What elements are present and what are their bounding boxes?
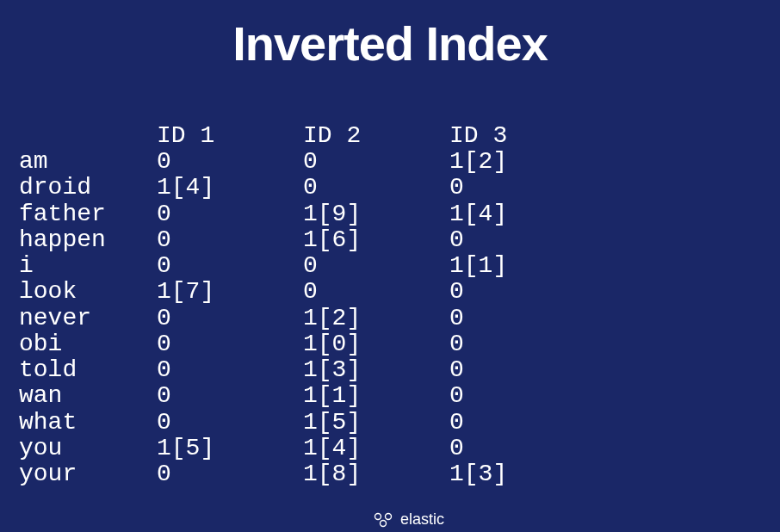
id1-cell: 1[4] [157,175,303,201]
term-cell: am [19,149,157,175]
table-row: am001[2] [19,149,780,175]
id3-cell: 0 [449,279,596,305]
elastic-logo-text: elastic [400,510,444,529]
id3-cell: 0 [449,383,596,409]
table-row: happen01[6]0 [19,227,780,253]
id1-cell: 0 [157,149,303,175]
id2-cell: 1[6] [303,227,449,253]
id2-cell: 1[1] [303,383,449,409]
table-row: your01[8]1[3] [19,461,780,487]
id3-cell: 0 [449,227,596,253]
term-cell: happen [19,227,157,253]
term-cell: look [19,279,157,305]
id1-cell: 0 [157,357,303,383]
term-cell: i [19,253,157,279]
id1-cell: 0 [157,410,303,436]
term-cell: never [19,306,157,331]
svg-point-1 [386,513,392,519]
id2-cell: 1[3] [303,357,449,383]
table-row: droid1[4]00 [19,175,780,201]
id3-cell: 1[4] [449,201,596,227]
table-row: i001[1] [19,253,780,279]
id2-cell: 0 [303,149,449,175]
id1-cell: 0 [157,331,303,357]
id1-cell: 0 [157,201,303,227]
table-row: never01[2]0 [19,306,780,331]
id2-cell: 1[4] [303,436,449,461]
id2-cell: 1[5] [303,410,449,436]
id2-cell: 1[9] [303,201,449,227]
table-row: what01[5]0 [19,410,780,436]
term-cell: obi [19,331,157,357]
id3-cell: 0 [449,436,596,461]
id1-cell: 1[5] [157,436,303,461]
term-cell: told [19,357,157,383]
id2-cell: 1[2] [303,306,449,331]
id3-cell: 0 [449,306,596,331]
slide-title: Inverted Index [0,0,780,123]
id1-cell: 0 [157,253,303,279]
id2-cell: 0 [303,279,449,305]
header-id2: ID 2 [303,123,449,149]
id2-cell: 0 [303,253,449,279]
table-row: told01[3]0 [19,357,780,383]
id1-cell: 0 [157,306,303,331]
id1-cell: 1[7] [157,279,303,305]
id3-cell: 1[2] [449,149,596,175]
table-row: obi01[0]0 [19,331,780,357]
id3-cell: 0 [449,331,596,357]
term-cell: droid [19,175,157,201]
table-header-row: ID 1 ID 2 ID 3 [19,123,780,149]
table-row: you1[5]1[4]0 [19,436,780,461]
term-cell: what [19,410,157,436]
svg-point-2 [381,520,387,526]
header-id1: ID 1 [157,123,303,149]
id1-cell: 0 [157,383,303,409]
id3-cell: 1[3] [449,461,596,487]
term-cell: father [19,201,157,227]
term-cell: your [19,461,157,487]
inverted-index-table: ID 1 ID 2 ID 3 am001[2]droid1[4]00father… [0,123,780,487]
svg-point-0 [375,513,381,519]
id3-cell: 0 [449,357,596,383]
id3-cell: 1[1] [449,253,596,279]
id1-cell: 0 [157,227,303,253]
elastic-cluster-icon [373,511,395,529]
elastic-logo: elastic [373,510,444,529]
table-row: father01[9]1[4] [19,201,780,227]
id2-cell: 1[0] [303,331,449,357]
id2-cell: 0 [303,175,449,201]
header-id3: ID 3 [449,123,596,149]
id3-cell: 0 [449,175,596,201]
table-row: look1[7]00 [19,279,780,305]
id3-cell: 0 [449,410,596,436]
term-cell: wan [19,383,157,409]
term-cell: you [19,436,157,461]
header-term-blank [19,123,157,149]
id2-cell: 1[8] [303,461,449,487]
table-row: wan01[1]0 [19,383,780,409]
id1-cell: 0 [157,461,303,487]
